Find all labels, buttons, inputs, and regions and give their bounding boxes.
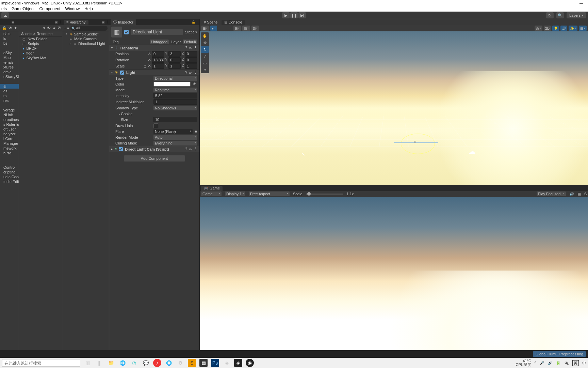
obs-icon[interactable]: ◉	[246, 359, 254, 367]
asset-item[interactable]: SkyBox Mat	[19, 56, 62, 60]
list-item[interactable]: xtures	[0, 65, 19, 70]
pause-button[interactable]: ❚❚	[290, 12, 298, 18]
hidden-icon[interactable]: Ø	[58, 26, 61, 30]
cloud-button[interactable]: ☁	[1, 12, 9, 18]
game-mode-dropdown[interactable]: Game	[201, 191, 222, 196]
mute-icon[interactable]: 🔊	[569, 192, 574, 196]
cullingmask-dropdown[interactable]: Everything	[153, 141, 197, 145]
scene-root[interactable]: ▾◈ SampleScene*	[62, 31, 109, 36]
panel-arrow-icon[interactable]: ▣ ⋮	[12, 20, 19, 24]
script-header[interactable]: ▸# Direct Light Cam (Script) ?⎄⋮	[109, 146, 199, 152]
help-icon[interactable]: ?	[185, 70, 187, 75]
play-focused-dropdown[interactable]: Play Focused	[537, 191, 566, 196]
panel-menu-icon[interactable]: ▣ ⋮	[102, 20, 109, 24]
asset-item[interactable]: Scripts	[19, 41, 62, 46]
create-dropdown[interactable]: + ▾	[64, 26, 69, 31]
light-type-dropdown[interactable]: Directional	[153, 76, 197, 81]
ime-mode[interactable]: 中	[582, 361, 586, 366]
list-item[interactable]: s Rider Edito	[0, 122, 19, 127]
transform-tool[interactable]: ✦	[201, 66, 209, 73]
menu-icon[interactable]: ⋮	[194, 147, 197, 151]
app-icon[interactable]: ◈	[223, 359, 231, 367]
add-component-button[interactable]: Add Component	[124, 155, 185, 162]
snap-dropdown[interactable]: ⊞	[233, 26, 241, 31]
wechat-icon[interactable]: 💬	[142, 359, 150, 367]
menu-gameobject[interactable]: GameObject	[12, 6, 34, 12]
shading-mode-dropdown[interactable]: ●	[210, 26, 217, 31]
eye-icon[interactable]: 👁	[47, 26, 51, 30]
breadcrumb[interactable]: Assets > Resource	[19, 31, 62, 36]
chrome-icon[interactable]: 🌐	[118, 359, 127, 367]
list-item[interactable]: rs	[0, 93, 19, 98]
fx-icon[interactable]: ✨	[569, 26, 577, 31]
battery-icon[interactable]: 🔋	[556, 361, 561, 365]
list-item[interactable]: ls	[0, 36, 19, 41]
transform-header[interactable]: ▾⊹ Transform ?⎄⋮	[109, 45, 199, 51]
hierarchy-item-light[interactable]: ▸Directional Light	[62, 41, 109, 46]
panel-menu-icon[interactable]: ▣ ⋮	[55, 20, 62, 24]
list-item[interactable]: amic	[0, 70, 19, 74]
rot-y[interactable]: 0	[168, 57, 181, 63]
task-view-icon[interactable]: ▥	[84, 359, 92, 367]
taskbar-search[interactable]: 在此键入以进行搜索	[2, 359, 80, 367]
light-header[interactable]: ▾☀ Light ?⎄⋮	[109, 69, 199, 75]
app-icon[interactable]: ⚙	[176, 359, 184, 367]
asset-item[interactable]: New Folder	[19, 36, 62, 41]
tab-inspector[interactable]: ⓘ Inspector	[111, 19, 136, 25]
flare-field[interactable]: None (Flare)	[153, 129, 193, 134]
stats-icon[interactable]: ▦	[577, 192, 581, 196]
tab-scene[interactable]: # Scene	[201, 20, 220, 25]
scl-x[interactable]: 1	[152, 63, 164, 69]
step-button[interactable]: ▶|	[298, 12, 306, 18]
virtual-desktop-icon[interactable]: ❚	[95, 359, 103, 367]
light-enabled-checkbox[interactable]	[120, 71, 124, 75]
preset-icon[interactable]: ⎄	[189, 70, 192, 75]
unity-icon[interactable]: ◈	[234, 359, 242, 367]
list-item[interactable]: hPro	[0, 151, 19, 155]
star-icon[interactable]: ★	[14, 26, 17, 30]
lighting-icon[interactable]: 💡	[552, 26, 559, 31]
list-item[interactable]: nalyzer	[0, 132, 19, 136]
hand-tool[interactable]: ✋	[201, 32, 209, 39]
grid-dropdown[interactable]: ▤	[242, 26, 250, 31]
gameobject-name-field[interactable]: Directional Light	[131, 29, 183, 35]
star-icon[interactable]: ★	[52, 26, 56, 30]
grid-snap-dropdown[interactable]: ⊡	[251, 26, 259, 31]
menu-component[interactable]: Component	[39, 6, 60, 12]
tag-dropdown[interactable]: Untagged	[150, 40, 169, 44]
list-item[interactable]: bs	[0, 41, 19, 46]
filter-icon[interactable]: ▾	[43, 26, 45, 30]
ime-lang[interactable]: 英	[572, 360, 579, 366]
list-item[interactable]: Control	[0, 165, 19, 170]
tray-chevron-icon[interactable]: ^	[535, 361, 536, 365]
light-color-swatch[interactable]	[153, 82, 191, 87]
light-mode-dropdown[interactable]: Realtime	[153, 88, 197, 92]
intensity-field[interactable]: 5.82	[153, 93, 197, 98]
mic-icon[interactable]: 🎤	[540, 361, 544, 365]
app-icon[interactable]: ♪	[153, 359, 161, 367]
rot-x[interactable]: 13.337	[152, 57, 164, 63]
list-item[interactable]: eStarrySky	[0, 74, 19, 79]
list-item[interactable]: rials	[0, 31, 19, 36]
list-item[interactable]: mework	[0, 146, 19, 151]
search-icon[interactable]: 🔍	[556, 12, 564, 18]
volume-icon[interactable]: 🔊	[548, 361, 553, 365]
scl-z[interactable]: 1	[185, 63, 197, 69]
list-item[interactable]: res	[0, 98, 19, 103]
tab-game[interactable]: 🎮 Game	[201, 186, 223, 191]
help-icon[interactable]: ?	[185, 147, 187, 151]
preset-icon[interactable]: ⎄	[189, 46, 192, 50]
flare-picker-icon[interactable]: ◉	[195, 130, 197, 133]
scale-tool[interactable]: ⤢	[201, 53, 209, 60]
list-item[interactable]: es	[0, 89, 19, 93]
photos-icon[interactable]: ▦	[199, 359, 208, 367]
halo-checkbox[interactable]	[153, 123, 158, 128]
audio-icon[interactable]: 🔊	[560, 26, 567, 31]
scl-y[interactable]: 1	[168, 63, 181, 69]
list-item[interactable]: oft Json	[0, 127, 19, 132]
list-item[interactable]: dSky	[0, 50, 19, 55]
script-enabled-checkbox[interactable]	[119, 147, 123, 151]
rot-z[interactable]: 0	[185, 57, 197, 63]
draw-mode-dropdown[interactable]: ▦	[201, 26, 209, 31]
window-minimize[interactable]: —	[575, 0, 588, 6]
